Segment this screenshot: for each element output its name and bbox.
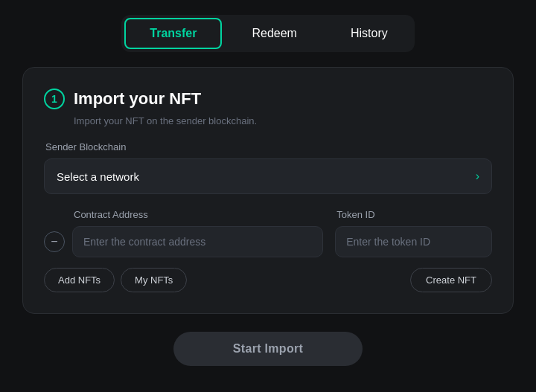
start-import-button[interactable]: Start Import — [173, 332, 363, 366]
network-select[interactable]: Select a network › — [44, 158, 492, 194]
address-token-fields: Contract Address Token ID — [72, 209, 492, 257]
actions-row: Add NFTs My NFTs Create NFT — [44, 268, 492, 292]
step-header: 1 Import your NFT — [44, 89, 492, 109]
step-subtitle: Import your NFT on the sender blockchain… — [74, 115, 492, 126]
token-id-label: Token ID — [336, 209, 492, 220]
token-id-group: Token ID — [335, 209, 492, 257]
tab-bar: Transfer Redeem History — [121, 15, 414, 52]
token-id-input[interactable] — [335, 226, 492, 257]
contract-address-group: Contract Address — [72, 209, 323, 257]
my-nfts-button[interactable]: My NFTs — [121, 268, 187, 292]
chevron-right-icon: › — [476, 170, 479, 183]
remove-nft-button[interactable]: − — [44, 231, 65, 252]
contract-address-input[interactable] — [72, 226, 323, 257]
add-nfts-button[interactable]: Add NFTs — [44, 268, 115, 292]
step-title: Import your NFT — [74, 89, 201, 109]
inputs-row: − Contract Address Token ID — [44, 209, 492, 257]
left-actions: Add NFTs My NFTs — [44, 268, 187, 292]
tab-transfer[interactable]: Transfer — [124, 18, 222, 49]
tab-redeem[interactable]: Redeem — [228, 19, 320, 48]
tab-history[interactable]: History — [327, 19, 412, 48]
import-nft-card: 1 Import your NFT Import your NFT on the… — [22, 67, 514, 314]
create-nft-button[interactable]: Create NFT — [410, 268, 492, 292]
network-select-text: Select a network — [57, 170, 139, 183]
start-import-wrapper: Start Import — [173, 332, 363, 366]
minus-icon: − — [51, 235, 57, 248]
sender-blockchain-label: Sender Blockchain — [45, 141, 492, 152]
contract-address-label: Contract Address — [74, 209, 323, 220]
step-number: 1 — [44, 89, 65, 109]
